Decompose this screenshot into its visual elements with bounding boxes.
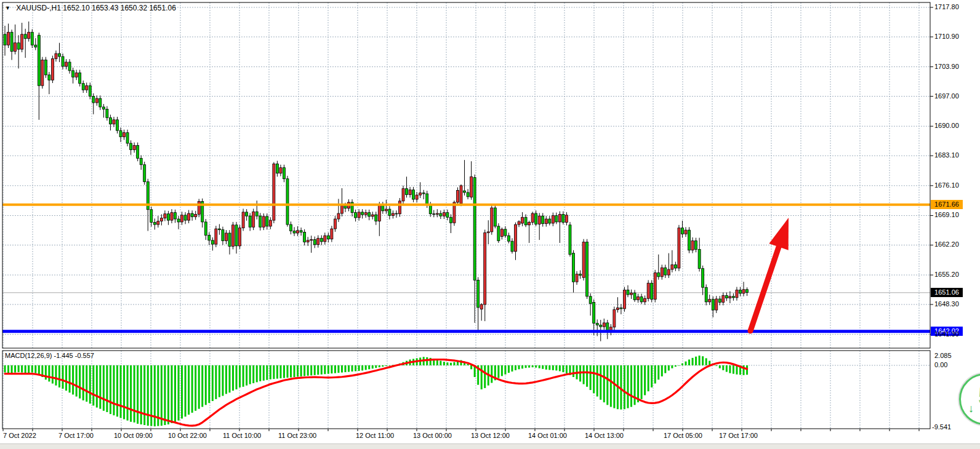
candle-body xyxy=(667,269,670,275)
macd-hist-bar xyxy=(317,365,319,375)
down-arrow-icon: ↓ xyxy=(968,402,974,415)
candle-body xyxy=(204,222,207,236)
macd-hist-bar xyxy=(34,365,36,373)
macd-hist-bar xyxy=(341,365,343,373)
candle-body xyxy=(647,283,649,298)
candle-body xyxy=(211,240,214,244)
candle-body xyxy=(456,190,459,202)
macd-hist-bar xyxy=(453,362,455,365)
macd-hist-bar xyxy=(613,365,615,408)
macd-hist-bar xyxy=(722,365,724,370)
candle-body xyxy=(327,236,329,239)
macd-hist-bar xyxy=(337,365,339,373)
macd-hist-bar xyxy=(590,365,592,390)
macd-hist-bar xyxy=(215,365,217,399)
candle-body xyxy=(671,264,673,269)
macd-hist-bar xyxy=(515,365,516,370)
candle-body xyxy=(89,85,91,96)
macd-indicator-label: MACD(12,26,9) xyxy=(5,352,52,359)
macd-hist-bar xyxy=(249,365,251,384)
candle-body xyxy=(518,221,520,224)
collapse-triangle-icon[interactable]: ▼ xyxy=(5,5,10,11)
macd-hist-bar xyxy=(661,365,663,376)
candle-body xyxy=(467,193,469,197)
macd-hist-bar xyxy=(161,365,163,426)
time-axis-label: 11 Oct 23:00 xyxy=(278,432,316,439)
candle-body xyxy=(17,43,20,49)
macd-hist-bar xyxy=(379,365,380,367)
time-axis-label: 17 Oct 05:00 xyxy=(664,432,702,439)
candle-body xyxy=(623,290,625,309)
candle-body xyxy=(232,225,235,247)
candle-body xyxy=(290,224,292,231)
macd-hist-bar xyxy=(181,365,183,419)
macd-hist-bar xyxy=(52,365,54,384)
macd-hist-bar xyxy=(637,365,639,402)
macd-hist-bar xyxy=(11,365,13,373)
candle-body xyxy=(195,214,197,217)
candle-body xyxy=(484,232,486,304)
time-axis-label: 11 Oct 10:00 xyxy=(223,432,261,439)
candle-body xyxy=(259,216,262,227)
macd-hist-bar xyxy=(259,365,261,381)
candle-body xyxy=(627,290,629,295)
macd-hist-bar xyxy=(361,365,363,370)
trend-arrow-shaft[interactable] xyxy=(750,244,780,331)
candle-body xyxy=(504,229,507,236)
macd-hist-bar xyxy=(92,365,94,405)
candle-body xyxy=(355,213,357,218)
candle-body xyxy=(222,229,224,240)
candle-body xyxy=(698,249,701,268)
macd-hist-bar xyxy=(470,365,472,369)
candle-body xyxy=(651,283,653,299)
macd-hist-bar xyxy=(307,365,309,376)
macd-hist-bar xyxy=(290,365,292,378)
macd-hist-bar xyxy=(48,365,50,381)
macd-hist-bar xyxy=(644,365,646,395)
candle-body xyxy=(603,323,605,327)
macd-hist-bar xyxy=(243,365,244,387)
candle-body xyxy=(542,216,544,224)
macd-hist-bar xyxy=(726,365,728,372)
macd-hist-bar xyxy=(671,365,673,368)
trading-chart-window: ▼ XAUUSD-,H1 1652.10 1653.43 1650.32 165… xyxy=(0,0,980,449)
macd-hist-bar xyxy=(566,365,568,373)
chart-canvas[interactable] xyxy=(0,0,980,449)
candle-body xyxy=(126,133,129,143)
candle-body xyxy=(320,238,323,242)
macd-hist-bar xyxy=(89,365,91,403)
macd-hist-bar xyxy=(548,365,550,370)
candle-body xyxy=(654,273,656,300)
candle-body xyxy=(569,225,571,255)
candle-body xyxy=(678,228,680,268)
candle-body xyxy=(552,215,554,223)
macd-hist-bar xyxy=(562,365,564,372)
candle-body xyxy=(436,213,438,214)
candle-body xyxy=(4,34,6,45)
macd-hist-bar xyxy=(440,361,441,365)
candle-body xyxy=(44,60,47,74)
macd-hist-bar xyxy=(518,365,520,369)
macd-hist-bar xyxy=(143,365,145,425)
macd-hist-bar xyxy=(178,365,180,421)
trend-arrow-head[interactable] xyxy=(769,218,789,250)
candle-body xyxy=(524,217,527,225)
candle-body xyxy=(742,290,745,293)
candle-body xyxy=(480,304,483,309)
candle-body xyxy=(722,295,725,302)
macd-hist-bar xyxy=(321,365,323,375)
candle-body xyxy=(10,32,13,51)
candle-body xyxy=(51,58,54,80)
candle-body xyxy=(208,235,211,240)
candle-body xyxy=(531,213,534,223)
macd-hist-bar xyxy=(542,365,544,369)
candle-body xyxy=(511,241,513,252)
candle-body xyxy=(58,54,60,57)
macd-hist-bar xyxy=(303,365,305,376)
candle-body xyxy=(429,205,432,214)
macd-hist-bar xyxy=(327,365,329,374)
macd-hist-bar xyxy=(103,365,105,411)
candle-body xyxy=(123,133,126,137)
candle-body xyxy=(402,189,404,201)
candle-body xyxy=(385,209,387,211)
